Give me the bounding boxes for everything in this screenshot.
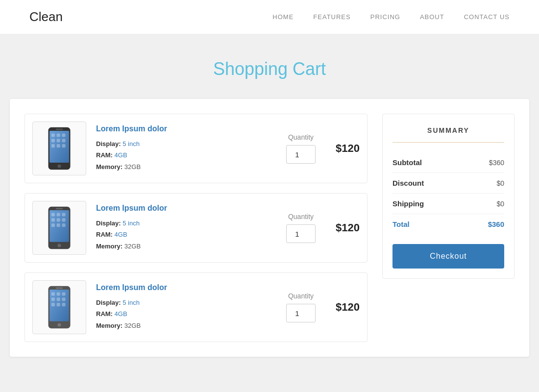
svg-rect-10 bbox=[57, 144, 60, 147]
memory-value-1: 32GB bbox=[124, 163, 141, 171]
item-quantity-2: Quantity bbox=[286, 213, 316, 243]
phone-icon bbox=[45, 285, 74, 329]
ram-value-1: 4GB bbox=[115, 151, 127, 159]
item-price-1: $120 bbox=[325, 142, 360, 155]
svg-point-25 bbox=[57, 244, 61, 247]
nav-about[interactable]: ABOUT bbox=[420, 13, 444, 21]
page-title: Shopping Cart bbox=[10, 59, 529, 79]
svg-rect-37 bbox=[62, 303, 65, 306]
product-image-3 bbox=[32, 280, 86, 334]
svg-rect-8 bbox=[62, 139, 65, 142]
phone-icon bbox=[45, 206, 74, 250]
main-card: Lorem Ipsum dolor Display: 5 inch RAM: 4… bbox=[10, 99, 529, 357]
svg-rect-16 bbox=[51, 213, 55, 216]
total-value: $360 bbox=[488, 220, 504, 228]
svg-rect-20 bbox=[57, 218, 60, 221]
item-details-3: Lorem Ipsum dolor Display: 5 inch RAM: 4… bbox=[96, 283, 276, 331]
summary-subtotal-row: Subtotal $360 bbox=[392, 152, 504, 173]
nav-pricing[interactable]: PRICING bbox=[370, 13, 400, 21]
item-name-1: Lorem Ipsum dolor bbox=[96, 124, 276, 133]
memory-label-3: Memory: bbox=[96, 322, 122, 329]
summary-discount-row: Discount $0 bbox=[392, 173, 504, 194]
quantity-input-2[interactable] bbox=[286, 224, 316, 243]
svg-rect-30 bbox=[57, 292, 60, 295]
memory-value-2: 32GB bbox=[124, 243, 141, 250]
quantity-input-3[interactable] bbox=[286, 304, 316, 322]
svg-rect-29 bbox=[51, 292, 55, 295]
page-body: Shopping Cart bbox=[0, 34, 539, 381]
quantity-label-3: Quantity bbox=[288, 292, 314, 300]
memory-label-2: Memory: bbox=[96, 243, 122, 250]
svg-rect-18 bbox=[62, 213, 65, 216]
svg-rect-21 bbox=[62, 218, 65, 221]
svg-rect-7 bbox=[57, 139, 60, 142]
phone-icon bbox=[45, 126, 74, 171]
item-price-2: $120 bbox=[325, 221, 360, 234]
quantity-input-1[interactable] bbox=[286, 145, 316, 164]
checkout-button[interactable]: Checkout bbox=[392, 244, 504, 269]
table-row: Lorem Ipsum dolor Display: 5 inch RAM: 4… bbox=[24, 272, 368, 342]
nav-features[interactable]: FEATURES bbox=[313, 13, 350, 21]
quantity-label-1: Quantity bbox=[288, 133, 314, 141]
summary-total-row: Total $360 bbox=[392, 214, 504, 234]
svg-rect-3 bbox=[51, 133, 55, 137]
shipping-label: Shipping bbox=[392, 199, 424, 208]
svg-rect-6 bbox=[51, 139, 55, 142]
svg-rect-19 bbox=[51, 218, 55, 221]
nav-home[interactable]: HOME bbox=[272, 13, 294, 21]
item-specs-2: Display: 5 inch RAM: 4GB Memory: 32GB bbox=[96, 218, 276, 252]
svg-point-38 bbox=[57, 323, 61, 326]
item-specs-1: Display: 5 inch RAM: 4GB Memory: 32GB bbox=[96, 138, 276, 172]
discount-label: Discount bbox=[392, 179, 424, 187]
item-name-3: Lorem Ipsum dolor bbox=[96, 283, 276, 292]
summary-box: SUMMARY Subtotal $360 Discount $0 Shippi… bbox=[382, 114, 514, 279]
memory-value-3: 32GB bbox=[124, 322, 141, 329]
shipping-value: $0 bbox=[496, 200, 504, 208]
memory-label-1: Memory: bbox=[96, 163, 122, 171]
item-name-2: Lorem Ipsum dolor bbox=[96, 204, 276, 213]
svg-rect-35 bbox=[51, 303, 55, 306]
item-details-2: Lorem Ipsum dolor Display: 5 inch RAM: 4… bbox=[96, 204, 276, 252]
svg-rect-26 bbox=[56, 208, 63, 210]
svg-rect-34 bbox=[62, 297, 65, 301]
item-specs-3: Display: 5 inch RAM: 4GB Memory: 32GB bbox=[96, 297, 276, 331]
summary-title: SUMMARY bbox=[392, 126, 504, 134]
nav-contact[interactable]: CONTACT US bbox=[464, 13, 510, 21]
svg-rect-24 bbox=[62, 223, 65, 227]
ram-value-2: 4GB bbox=[115, 231, 127, 238]
svg-rect-4 bbox=[57, 133, 60, 137]
quantity-label-2: Quantity bbox=[288, 213, 314, 220]
display-label-1: Display: bbox=[96, 140, 121, 147]
svg-rect-9 bbox=[51, 144, 55, 147]
svg-rect-13 bbox=[56, 129, 63, 130]
item-details-1: Lorem Ipsum dolor Display: 5 inch RAM: 4… bbox=[96, 124, 276, 172]
ram-label-2: RAM: bbox=[96, 231, 113, 238]
summary-shipping-row: Shipping $0 bbox=[392, 194, 504, 214]
display-value-1: 5 inch bbox=[122, 140, 140, 147]
discount-value: $0 bbox=[496, 179, 504, 187]
svg-rect-32 bbox=[51, 297, 55, 301]
svg-rect-22 bbox=[51, 223, 55, 227]
ram-label-3: RAM: bbox=[96, 310, 113, 318]
product-image-2 bbox=[32, 201, 86, 255]
item-price-3: $120 bbox=[325, 301, 360, 314]
svg-rect-31 bbox=[62, 292, 65, 295]
display-label-2: Display: bbox=[96, 220, 121, 227]
svg-rect-23 bbox=[57, 223, 60, 227]
item-quantity-1: Quantity bbox=[286, 133, 316, 164]
summary-section: SUMMARY Subtotal $360 Discount $0 Shippi… bbox=[382, 114, 514, 342]
total-label: Total bbox=[392, 220, 410, 228]
site-header: Clean HOME FEATURES PRICING ABOUT CONTAC… bbox=[0, 0, 539, 34]
ram-value-3: 4GB bbox=[115, 310, 127, 318]
table-row: Lorem Ipsum dolor Display: 5 inch RAM: 4… bbox=[24, 193, 368, 263]
svg-rect-33 bbox=[57, 297, 60, 301]
display-label-3: Display: bbox=[96, 299, 121, 306]
product-image-1 bbox=[32, 122, 86, 175]
table-row: Lorem Ipsum dolor Display: 5 inch RAM: 4… bbox=[24, 114, 368, 183]
summary-divider bbox=[392, 142, 504, 143]
subtotal-label: Subtotal bbox=[392, 158, 422, 167]
site-nav: HOME FEATURES PRICING ABOUT CONTACT US bbox=[272, 13, 510, 21]
display-value-3: 5 inch bbox=[122, 299, 140, 306]
svg-rect-39 bbox=[56, 288, 63, 289]
ram-label-1: RAM: bbox=[96, 151, 113, 159]
